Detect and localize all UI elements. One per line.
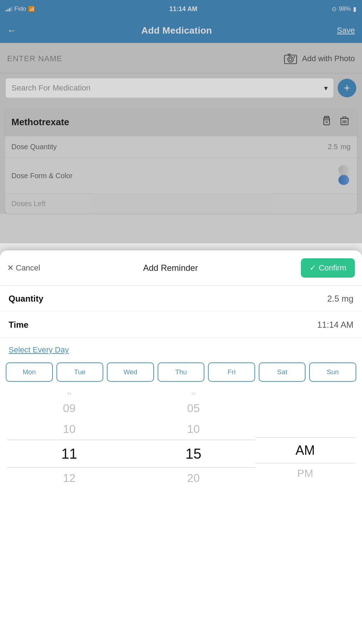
minute-10: 10 xyxy=(132,419,256,439)
hour-12: 12 xyxy=(7,468,132,488)
cancel-label: Cancel xyxy=(16,263,40,273)
hour-selected: 11 xyxy=(7,440,132,468)
quantity-value: 2.5 mg xyxy=(327,294,353,304)
time-picker[interactable]: ‹‹ 09 10 11 12 ‹‹ 05 10 15 20 -- xyxy=(0,389,362,488)
quantity-row: Quantity 2.5 mg xyxy=(0,286,362,312)
quantity-label: Quantity xyxy=(9,294,43,304)
hour-09: 09 xyxy=(7,398,132,419)
minute-selected: 15 xyxy=(132,440,256,468)
minute-20: 20 xyxy=(132,468,256,488)
hours-column[interactable]: ‹‹ 09 10 11 12 xyxy=(7,389,132,488)
day-sunday[interactable]: Sun xyxy=(309,362,356,382)
hours-up-arrow: ‹‹ xyxy=(67,389,71,398)
checkmark-icon: ✓ xyxy=(309,263,316,273)
period-column[interactable]: -- -- AM PM xyxy=(256,394,355,483)
cancel-button[interactable]: ✕ Cancel xyxy=(7,263,40,273)
day-wednesday[interactable]: Wed xyxy=(107,362,154,382)
day-friday[interactable]: Fri xyxy=(208,362,255,382)
day-monday[interactable]: Mon xyxy=(6,362,53,382)
confirm-button[interactable]: ✓ Confirm xyxy=(301,258,355,278)
minutes-up-arrow: ‹‹ xyxy=(191,389,195,398)
confirm-label: Confirm xyxy=(319,263,346,273)
day-tuesday[interactable]: Tue xyxy=(56,362,104,382)
time-label: Time xyxy=(9,320,29,330)
period-pm[interactable]: PM xyxy=(256,463,355,483)
time-value: 11:14 AM xyxy=(317,320,353,330)
minute-05: 05 xyxy=(132,398,256,419)
day-saturday[interactable]: Sat xyxy=(259,362,306,382)
select-every-day-section: Select Every Day xyxy=(0,338,362,359)
bottom-sheet: ✕ Cancel Add Reminder ✓ Confirm Quantity… xyxy=(0,250,362,644)
sheet-header: ✕ Cancel Add Reminder ✓ Confirm xyxy=(0,250,362,286)
minutes-column[interactable]: ‹‹ 05 10 15 20 xyxy=(132,389,256,488)
day-selector: Mon Tue Wed Thu Fri Sat Sun xyxy=(0,359,362,389)
time-row: Time 11:14 AM xyxy=(0,312,362,338)
hour-10: 10 xyxy=(7,419,132,439)
time-picker-columns: ‹‹ 09 10 11 12 ‹‹ 05 10 15 20 -- xyxy=(7,389,355,488)
period-am[interactable]: AM xyxy=(256,437,355,463)
sheet-title: Add Reminder xyxy=(143,263,198,273)
day-thursday[interactable]: Thu xyxy=(158,362,205,382)
x-icon: ✕ xyxy=(7,263,14,273)
overlay-dimmer xyxy=(0,0,362,243)
select-every-day-button[interactable]: Select Every Day xyxy=(9,345,69,354)
